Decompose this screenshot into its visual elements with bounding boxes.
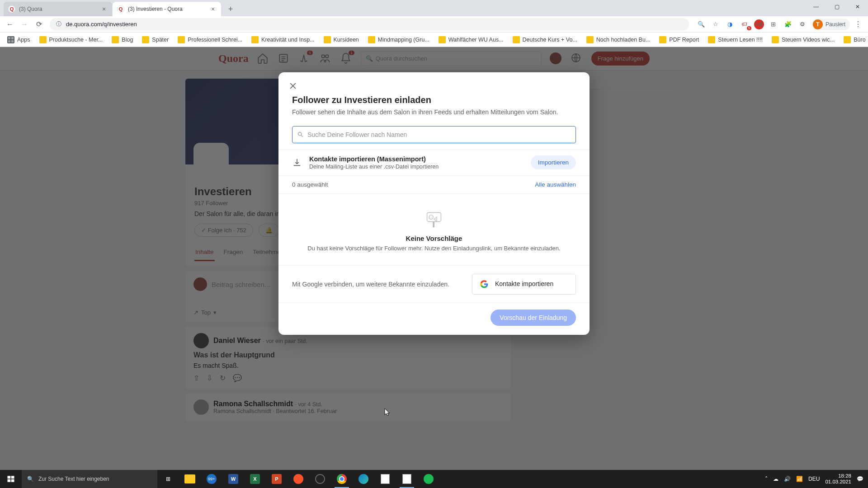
follower-search-input[interactable] [307, 131, 571, 138]
bookmark-item[interactable]: Später [138, 34, 172, 45]
taskbar-app-chrome[interactable] [331, 470, 353, 488]
svg-rect-10 [8, 479, 11, 482]
search-icon: 🔍 [27, 476, 34, 482]
bookmark-label: Blog [122, 37, 133, 43]
taskbar-app-notepad2[interactable] [396, 470, 418, 488]
bookmark-label: Professionell Schrei... [188, 37, 242, 43]
taskbar-search[interactable]: 🔍 Zur Suche Text hier eingeben [22, 470, 157, 488]
bookmark-item[interactable]: Produktsuche - Mer... [36, 34, 107, 45]
modal-footer: Vorschau der Einladung [278, 303, 590, 335]
preview-invite-button[interactable]: Vorschau der Einladung [491, 310, 576, 326]
tray-time: 18:28 [825, 473, 851, 479]
google-text: Mit Google verbinden, um weitere Bekannt… [292, 281, 465, 288]
chrome-menu-icon[interactable]: ⋮ [852, 18, 864, 31]
follower-search[interactable] [292, 126, 576, 143]
svg-rect-9 [11, 476, 14, 479]
taskbar-app-edge2[interactable] [353, 470, 374, 488]
profile-chip[interactable]: T Pausiert [812, 19, 850, 30]
bookmark-icon [513, 36, 520, 43]
close-tab-icon[interactable]: × [209, 5, 217, 13]
forward-button[interactable]: → [18, 18, 31, 31]
profile-status: Pausiert [826, 21, 845, 28]
empty-state: Keine Vorschläge Du hast keine Vorschläg… [278, 194, 590, 265]
bookmark-label: Später [152, 37, 169, 43]
modal-subtitle: Follower sehen die Inhalte aus dem Salon… [292, 108, 576, 117]
bookmark-item[interactable]: Professionell Schrei... [174, 34, 246, 45]
bookmark-item[interactable]: Blog [108, 34, 137, 45]
site-info-icon[interactable]: ⓘ [55, 21, 62, 28]
browser-tab-2[interactable]: Q (3) Investieren - Quora × [113, 2, 221, 16]
bookmark-item[interactable]: Mindmapping (Gru... [364, 34, 433, 45]
bookmark-item[interactable]: Noch hochladen Bu... [583, 34, 654, 45]
tab-title: (3) Quora [19, 6, 98, 12]
taskbar-app-notepad[interactable] [374, 470, 396, 488]
browser-toolbar: ← → ⟳ ⓘ de.quora.com/q/investieren 🔍 ☆ ◑… [0, 16, 868, 33]
task-view-button[interactable]: ⊞ [157, 470, 179, 488]
extension-icon[interactable]: 🏷 [740, 19, 750, 29]
star-icon[interactable]: ☆ [711, 19, 721, 29]
url-text: de.quora.com/q/investieren [66, 21, 137, 28]
selection-row: 0 ausgewählt Alle auswählen [278, 176, 590, 194]
window-maximize[interactable]: ▢ [826, 0, 847, 14]
bookmarks-bar: Apps Produktsuche - Mer... Blog Später P… [0, 33, 868, 47]
extensions-menu-icon[interactable]: 🧩 [783, 19, 793, 29]
google-connect-row: Mit Google verbinden, um weitere Bekannt… [278, 265, 590, 303]
tray-clock[interactable]: 18:28 01.03.2021 [825, 473, 851, 485]
profile-avatar: T [813, 19, 823, 29]
bookmark-item[interactable]: Deutsche Kurs + Vo... [509, 34, 581, 45]
google-import-button[interactable]: Kontakte importieren [472, 274, 576, 295]
quora-favicon: Q [8, 5, 15, 13]
empty-title: Keine Vorschläge [292, 235, 576, 242]
browser-tab-1[interactable]: Q (3) Quora × [4, 2, 112, 16]
bookmark-item[interactable]: Kreativität und Insp... [248, 34, 318, 45]
bookmark-item[interactable]: Steuern Lesen !!!! [704, 34, 766, 45]
back-button[interactable]: ← [4, 18, 16, 31]
bookmark-label: Produktsuche - Mer... [49, 37, 103, 43]
tray-notifications-icon[interactable]: 💬 [857, 476, 863, 482]
start-button[interactable] [0, 470, 22, 488]
bookmark-item[interactable]: Kursideen [320, 34, 363, 45]
tray-wifi-icon[interactable]: 📶 [796, 476, 803, 482]
adblock-icon[interactable]: AB [754, 19, 764, 29]
new-tab-button[interactable]: + [224, 3, 237, 15]
windows-taskbar: 🔍 Zur Suche Text hier eingeben ⊞ 99+ W X… [0, 470, 868, 488]
select-all-button[interactable]: Alle auswählen [535, 181, 576, 188]
taskbar-app-explorer[interactable] [179, 470, 201, 488]
import-button[interactable]: Importieren [531, 155, 576, 169]
address-bar[interactable]: ⓘ de.quora.com/q/investieren [50, 18, 689, 31]
selected-count: 0 ausgewählt [292, 181, 328, 188]
tray-chevron-up-icon[interactable]: ˄ [765, 476, 768, 482]
zoom-icon[interactable]: 🔍 [696, 19, 706, 29]
bookmark-item[interactable]: Steuern Videos wic... [768, 34, 838, 45]
apps-button[interactable]: Apps [4, 34, 34, 45]
mailbox-icon [424, 210, 444, 228]
taskbar-app-brave[interactable] [288, 470, 309, 488]
bookmark-icon [439, 36, 446, 43]
reload-button[interactable]: ⟳ [33, 18, 45, 31]
window-close[interactable]: ✕ [847, 0, 868, 14]
svg-point-6 [429, 215, 433, 219]
bookmark-item[interactable]: PDF Report [656, 34, 703, 45]
taskbar-app-excel[interactable]: X [244, 470, 266, 488]
bookmark-item[interactable]: Büro [840, 34, 868, 45]
taskbar-app-spotify[interactable] [418, 470, 439, 488]
taskbar-app-obs[interactable] [309, 470, 331, 488]
modal-close-button[interactable] [285, 78, 301, 94]
svg-rect-11 [11, 479, 14, 482]
taskbar-app-word[interactable]: W [222, 470, 244, 488]
modal-overlay[interactable]: Follower zu Investieren einladen Followe… [0, 47, 868, 470]
bookmark-item[interactable]: Wahlfächer WU Aus... [435, 34, 507, 45]
close-tab-icon[interactable]: × [100, 5, 108, 13]
extension-icon[interactable]: ⊞ [769, 19, 778, 29]
bookmark-label: Steuern Lesen !!!! [718, 37, 763, 43]
tray-volume-icon[interactable]: 🔊 [784, 476, 791, 482]
tray-cloud-icon[interactable]: ☁ [773, 476, 778, 482]
taskbar-app-powerpoint[interactable]: P [266, 470, 288, 488]
bookmark-label: PDF Report [669, 37, 699, 43]
window-minimize[interactable]: — [806, 0, 826, 14]
tray-lang[interactable]: DEU [808, 476, 820, 482]
taskbar-app-edge[interactable]: 99+ [201, 470, 222, 488]
extension-icon[interactable]: ◑ [725, 19, 735, 29]
bookmark-icon [368, 36, 375, 43]
extension-icon[interactable]: ⚙ [797, 19, 807, 29]
